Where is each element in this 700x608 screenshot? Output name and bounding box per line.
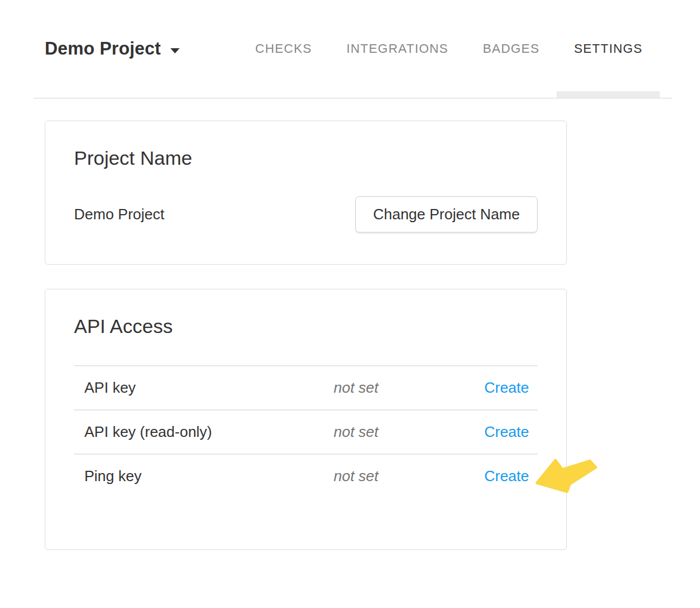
api-key-read-only-label: API key (read-only) — [74, 423, 333, 441]
tab-badges[interactable]: BADGES — [465, 0, 557, 98]
chevron-down-icon — [170, 48, 180, 53]
tab-badges-label: BADGES — [483, 41, 539, 56]
settings-page: Demo Project CHECKS INTEGRATIONS BADGES … — [0, 0, 700, 608]
tab-checks-label: CHECKS — [255, 41, 312, 56]
api-key-create-link[interactable]: Create — [484, 379, 529, 396]
api-access-card: API Access API key not set Create API ke… — [45, 289, 567, 550]
change-project-name-button[interactable]: Change Project Name — [355, 196, 538, 233]
page-wrapper: Demo Project CHECKS INTEGRATIONS BADGES … — [0, 0, 700, 550]
api-key-value: not set — [333, 379, 454, 397]
tab-integrations[interactable]: INTEGRATIONS — [329, 0, 466, 98]
project-selector-dropdown[interactable]: Demo Project — [45, 0, 180, 98]
table-row-ping-key: Ping key not set Create — [74, 455, 538, 498]
api-access-card-title: API Access — [74, 315, 538, 338]
api-key-label: API key — [74, 379, 333, 397]
project-name-card-title: Project Name — [74, 146, 538, 170]
tab-settings[interactable]: SETTINGS — [557, 0, 660, 98]
ping-key-value: not set — [333, 467, 454, 485]
nav-tabs: CHECKS INTEGRATIONS BADGES SETTINGS — [238, 0, 660, 98]
tab-integrations-label: INTEGRATIONS — [347, 41, 449, 56]
ping-key-label: Ping key — [74, 467, 333, 485]
api-key-read-only-value: not set — [333, 423, 454, 441]
project-name-title: Demo Project — [45, 38, 161, 59]
table-row-api-key: API key not set Create — [74, 365, 538, 411]
current-project-name: Demo Project — [74, 206, 165, 223]
settings-content: Project Name Demo Project Change Project… — [33, 99, 672, 550]
api-key-read-only-create-link[interactable]: Create — [484, 423, 529, 440]
ping-key-create-link[interactable]: Create — [484, 467, 529, 485]
top-navigation-bar: Demo Project CHECKS INTEGRATIONS BADGES … — [33, 0, 672, 99]
tab-settings-label: SETTINGS — [574, 41, 643, 56]
active-tab-indicator — [557, 91, 660, 98]
project-name-card: Project Name Demo Project Change Project… — [45, 121, 567, 265]
project-name-row: Demo Project Change Project Name — [74, 196, 538, 233]
table-row-api-key-read-only: API key (read-only) not set Create — [74, 411, 538, 455]
api-keys-table: API key not set Create API key (read-onl… — [74, 365, 538, 498]
tab-checks[interactable]: CHECKS — [238, 0, 329, 98]
